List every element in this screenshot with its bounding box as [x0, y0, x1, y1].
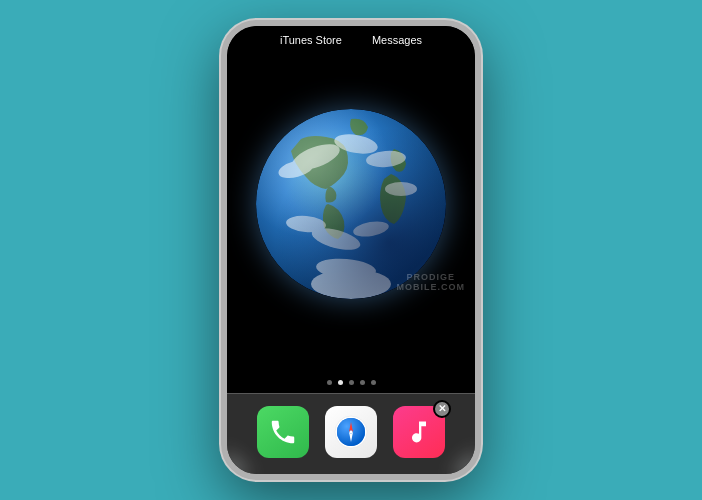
itunes-store-label: iTunes Store	[280, 34, 342, 46]
phone-app-icon[interactable]	[257, 406, 309, 458]
safari-app-wrapper[interactable]	[325, 406, 377, 458]
dot-2	[338, 380, 343, 385]
dot-5	[371, 380, 376, 385]
earth-globe	[256, 109, 446, 299]
wallpaper-area: PRODIGE MOBILE.COM	[227, 26, 475, 372]
dock: ✕	[227, 393, 475, 474]
dot-4	[360, 380, 365, 385]
phone-frame: iTunes Store Messages	[221, 20, 481, 480]
safari-app-icon[interactable]	[325, 406, 377, 458]
status-bar: iTunes Store Messages	[227, 26, 475, 50]
dot-1	[327, 380, 332, 385]
music-note-icon	[405, 418, 433, 446]
phone-app-wrapper[interactable]	[257, 406, 309, 458]
pagination-dots	[227, 372, 475, 393]
music-app-icon[interactable]: ✕	[393, 406, 445, 458]
dot-3	[349, 380, 354, 385]
messages-label: Messages	[372, 34, 422, 46]
safari-icon	[333, 414, 369, 450]
svg-point-19	[350, 431, 353, 434]
music-app-wrapper[interactable]: ✕	[393, 406, 445, 458]
phone-icon	[268, 417, 298, 447]
svg-point-13	[256, 109, 446, 299]
screen: iTunes Store Messages	[227, 26, 475, 474]
delete-badge[interactable]: ✕	[433, 400, 451, 418]
